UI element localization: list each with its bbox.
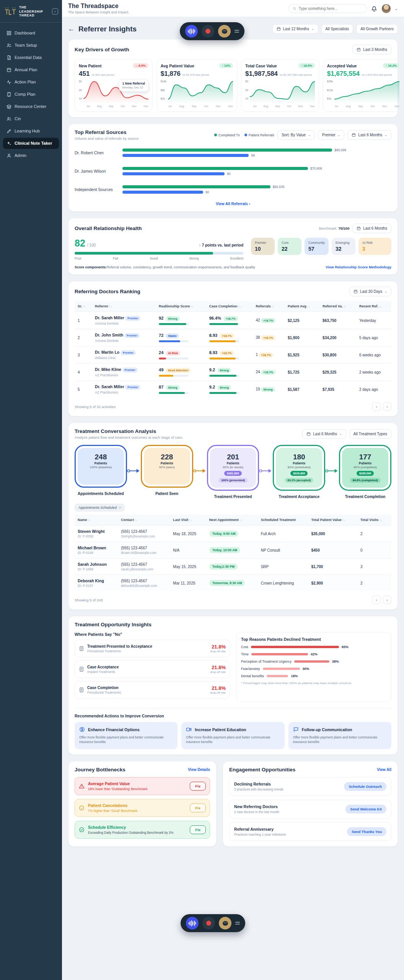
prev-page-button[interactable]: ‹ — [372, 402, 381, 411]
sidebar-item-dashboard[interactable]: Dashboard — [3, 28, 59, 39]
chevron-down-icon[interactable]: ⌄ — [395, 7, 398, 11]
table-row[interactable]: 3 Dr. Martin Lo PremierWilliams Clinic 2… — [75, 346, 391, 364]
fix-button[interactable]: Fix — [190, 825, 206, 834]
view-all-referrals-link[interactable]: View All Referrals › — [75, 202, 391, 206]
section-title: Journey Bottlenecks — [75, 767, 125, 773]
treatment-types-button[interactable]: All Treatment Types — [349, 429, 391, 439]
col-patient-avg[interactable]: Patient Avg↑↓ — [285, 301, 319, 312]
dropoff-item[interactable]: Case AcceptanceImplant Treatments 21.8%d… — [75, 660, 230, 678]
next-page-button[interactable]: › — [383, 402, 391, 411]
specialists-filter-button[interactable]: All Specialists — [321, 24, 354, 34]
send-welcome-kit-button[interactable]: Send Welcome Kit — [345, 805, 386, 813]
funnel-stage-box[interactable]: 228 Patients 92% (seen) — [141, 445, 193, 488]
sidebar-item-team-setup[interactable]: Team Setup — [3, 40, 59, 51]
search-box[interactable] — [288, 4, 367, 13]
table-row[interactable]: 2 Dr. John Smith PremierArizona Dentists… — [75, 329, 391, 346]
funnel-stage-patient-seen: 228 Patients 92% (seen) Patient Seen — [141, 445, 193, 496]
next-page-button[interactable]: › — [383, 596, 391, 604]
stage-filter-chip[interactable]: Appointments Scheduled× — [75, 504, 125, 511]
table-row[interactable]: 4 Dr. Mike Kline PremierAZ Practitioners… — [75, 364, 391, 381]
col-referrer[interactable]: Referrer↑↓ — [92, 301, 156, 312]
table-row[interactable]: Deborah KingID: P-0157 (555) 123-4567deb… — [75, 575, 391, 591]
view-details-link[interactable]: View Details — [188, 768, 210, 772]
record-button[interactable] — [202, 917, 215, 929]
funnel-stage-box[interactable]: 248 Patients 100% (baseline) — [75, 445, 127, 488]
toolbar-menu-icon[interactable] — [235, 30, 239, 33]
fix-button[interactable]: Fix — [190, 804, 206, 812]
action-card-followup[interactable]: Follow-up Communication Offer more flexi… — [288, 722, 391, 749]
sources-period-button[interactable]: Last 6 Months⌄ — [347, 130, 391, 140]
action-card-education[interactable]: Increase Patient Education Offer more fl… — [181, 722, 284, 749]
action-card-financial[interactable]: Enhance Financial Options Offer more fle… — [75, 722, 178, 749]
key-drivers-period-button[interactable]: Last 3 Months — [352, 45, 391, 54]
col-relationship-score[interactable]: Realtionship Score↑↓ — [156, 301, 206, 312]
table-row[interactable]: Sarah JohnsonID: P-1089 (555) 123-4567sa… — [75, 559, 391, 575]
send-thanks-button[interactable]: Send Thanks You — [347, 827, 386, 836]
table-row[interactable]: 5 Dr. Sarah Miller PremierAZ Practitione… — [75, 381, 391, 398]
back-arrow-icon[interactable]: ← — [68, 25, 75, 33]
funnel-stage-box[interactable]: 177 Patients 80% (completed) $285,000 84… — [339, 445, 391, 491]
col-referred-value[interactable]: Referred Va.↑↓ — [319, 301, 356, 312]
sidebar-item-annual-plan[interactable]: Annual Plan — [3, 64, 59, 75]
col-sr[interactable]: Sr.↑↓ — [75, 301, 92, 312]
tier-chip-core[interactable]: Core22 — [278, 238, 301, 255]
table-row[interactable]: 1 Dr. Sarah Miller PremierArizona Dentis… — [75, 312, 391, 329]
ranking-period-button[interactable]: Last 30 Days⌄ — [349, 287, 391, 296]
sort-button[interactable]: Sort: By Value⌄ — [277, 130, 315, 140]
tier-chip-community[interactable]: Community57 — [305, 238, 329, 255]
funnel-stage-box[interactable]: 180 Patients 80% (scheduled) $320,800 83… — [273, 445, 325, 491]
dropoff-item[interactable]: Case CompletionPeriodontal Treatments 21… — [75, 681, 230, 699]
health-period-button[interactable]: Last 6 Months — [352, 224, 391, 233]
sidebar-item-action-plan[interactable]: Action Plan — [3, 77, 59, 88]
partners-filter-button[interactable]: All Growth Partners — [356, 24, 398, 34]
sidebar-item-essential-data[interactable]: Essential Data — [3, 52, 59, 63]
sidebar-collapse-icon[interactable]: ‹ — [52, 8, 58, 15]
sidebar-item-learning-hub[interactable]: Learning Hub — [3, 126, 59, 137]
chat-bubble-button[interactable] — [219, 917, 231, 929]
bell-icon[interactable] — [371, 5, 378, 12]
doctor-name: Dr. Sarah Miller — [95, 384, 124, 389]
stat-label: Total Case Value — [245, 64, 277, 68]
waveform-button[interactable] — [185, 25, 198, 38]
chat-bubble-button[interactable] — [218, 25, 231, 38]
tier-chip-at-risk[interactable]: At Risk3 — [358, 238, 391, 255]
col-last-visit[interactable]: Last Visit↑↓ — [170, 514, 206, 526]
waveform-button[interactable] — [186, 917, 199, 929]
patient-id: ID: P-1089 — [78, 567, 115, 571]
col-contact[interactable]: Contact↑↓ — [118, 514, 170, 526]
sidebar-item-admin[interactable]: Admin — [3, 150, 59, 161]
col-recent-ref[interactable]: Recent Ref.↑↓ — [356, 301, 391, 312]
table-row[interactable]: Michael BrownID: P-0248 (555) 123-4567Br… — [75, 542, 391, 559]
tier-chip-premier[interactable]: Premier10 — [251, 238, 275, 255]
schedule-outreach-button[interactable]: Schedule Outreach — [344, 782, 386, 791]
fix-button[interactable]: Fix — [190, 782, 206, 791]
col-scheduled-treatment[interactable]: Scheduled Treatment — [258, 514, 308, 526]
avatar[interactable] — [381, 4, 391, 13]
methodology-link[interactable]: View Relationship Score Methodology — [326, 265, 391, 269]
col-total-patient-value[interactable]: Total Patient Value↑↓ — [308, 514, 358, 526]
table-row[interactable]: Steven WrightID: P-0058 (555) 123-4567SW… — [75, 526, 391, 542]
sidebar-item-resource-center[interactable]: Resource Center — [3, 101, 59, 112]
record-button[interactable] — [202, 25, 214, 38]
analysis-period-button[interactable]: Last 6 Months⌄ — [302, 429, 346, 439]
view-all-link[interactable]: View All — [377, 768, 391, 772]
referrals-tag: +18.7% — [259, 353, 274, 358]
funnel-stage-box[interactable]: 201 Patients 90% (tx needs) $361,800 100… — [207, 445, 259, 491]
search-input[interactable] — [299, 7, 363, 11]
period-filter-button[interactable]: Last 12 Months⌄ — [272, 24, 318, 34]
sidebar-item-comp-plan[interactable]: Comp Plan — [3, 89, 59, 100]
col-referrals[interactable]: Referrals↑↓ — [252, 301, 284, 312]
dropoff-item[interactable]: Treatment Presented to AcceptancePeriodo… — [75, 640, 230, 657]
sidebar-item-clinical-note-taker[interactable]: Clinical Note Taker — [3, 138, 59, 149]
col-total-visits[interactable]: Total Visits↑↓ — [357, 514, 391, 526]
col-name[interactable]: Name↑↓ — [75, 514, 118, 526]
prev-page-button[interactable]: ‹ — [372, 596, 381, 604]
col-next-appointment[interactable]: Next Appointment↑↓ — [206, 514, 258, 526]
tier-chip-emerging[interactable]: Emerging32 — [332, 238, 355, 255]
col-case-completion[interactable]: Case Completion↑↓ — [206, 301, 253, 312]
tier-filter-button[interactable]: Premier⌄ — [318, 130, 345, 140]
toolbar-menu-icon[interactable] — [235, 922, 240, 924]
ranking-table: Sr.↑↓ Referrer↑↓ Realtionship Score↑↓ Ca… — [75, 301, 391, 398]
sidebar-item-cin[interactable]: Cin — [3, 113, 59, 124]
close-icon[interactable]: × — [119, 506, 121, 510]
